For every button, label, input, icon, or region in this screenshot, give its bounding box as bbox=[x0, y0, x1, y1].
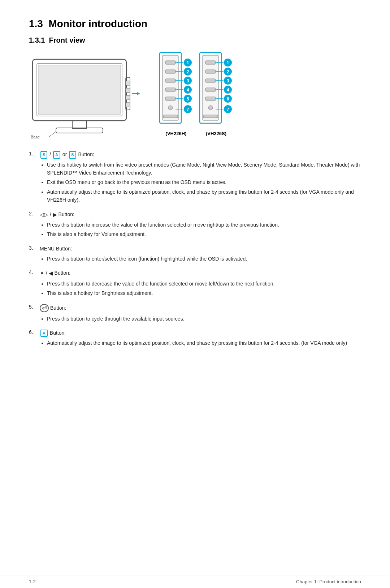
brightness-icon: ✦ bbox=[40, 270, 44, 276]
a-icon-2: A bbox=[40, 330, 48, 337]
svg-rect-44 bbox=[205, 70, 216, 73]
bullet-item: Press this button to decrease the value … bbox=[47, 280, 274, 288]
svg-text:3: 3 bbox=[187, 78, 189, 83]
svg-text:5: 5 bbox=[187, 96, 189, 102]
svg-text:Base: Base bbox=[31, 135, 40, 139]
section-heading-text: Monitor introduction bbox=[49, 18, 148, 29]
svg-rect-22 bbox=[163, 115, 178, 118]
svg-point-21 bbox=[168, 106, 173, 110]
item-number: 3. bbox=[29, 245, 36, 251]
list-item: 5. ⏎ Button: Press this button to cycle … bbox=[29, 304, 361, 324]
arrow-right-icon: ▶ bbox=[53, 211, 57, 218]
bullet-item: This is also a hotkey for Brightness adj… bbox=[47, 289, 274, 297]
vh226h-label: (VH226H) bbox=[159, 131, 193, 136]
bullet-item: Use this hotkey to switch from five vide… bbox=[47, 161, 361, 177]
section-title: 1.3 Monitor introduction bbox=[29, 18, 361, 30]
svg-text:4: 4 bbox=[187, 87, 189, 93]
item-label: ⏎ Button: Press this button to cycle thr… bbox=[40, 304, 185, 324]
item-label: MENU Button: Press this button to enter/… bbox=[40, 245, 247, 264]
list-item: 4. ✦ / ◀ Button: Press this button to de… bbox=[29, 269, 361, 299]
bullet-item: Press this button to enter/select the ic… bbox=[47, 255, 247, 263]
slash-2: / bbox=[50, 211, 53, 217]
section-number: 1.3 bbox=[29, 18, 43, 29]
list-item: 3. MENU Button: Press this button to ent… bbox=[29, 245, 361, 264]
svg-rect-6 bbox=[126, 81, 130, 85]
vh226h-panel: 1 2 3 4 5 7 (VH226H) bbox=[159, 52, 193, 136]
input-source-icon: ⏎ bbox=[40, 304, 49, 312]
subsection-number: 1.3.1 bbox=[29, 36, 45, 44]
svg-rect-19 bbox=[165, 88, 176, 91]
button-descriptions: 1. S / A or S Button: Use this hotkey to… bbox=[29, 151, 361, 349]
list-item: 2. ◁▷ / ▶ Button: Press this button to i… bbox=[29, 211, 361, 240]
svg-rect-17 bbox=[165, 70, 176, 73]
button-label-5: Button: bbox=[50, 305, 66, 310]
bullet-list-2: Press this button to increase the value … bbox=[47, 221, 279, 239]
svg-rect-45 bbox=[205, 79, 216, 82]
or-text: or bbox=[62, 151, 68, 157]
footer: 1-2 Chapter 1: Product introduction bbox=[0, 575, 390, 588]
arrow-left-icon: ◀ bbox=[49, 270, 53, 276]
item-number: 1. bbox=[29, 151, 36, 156]
bullet-list-3: Press this button to enter/select the ic… bbox=[47, 255, 247, 263]
svg-marker-11 bbox=[137, 92, 140, 95]
svg-text:2: 2 bbox=[227, 69, 229, 74]
subsection-heading-text: Front view bbox=[49, 36, 85, 44]
svg-rect-7 bbox=[126, 88, 130, 93]
svg-rect-49 bbox=[203, 115, 218, 118]
svg-line-12 bbox=[49, 132, 56, 137]
bullet-list-5: Press this button to cycle through the a… bbox=[47, 315, 185, 323]
bullet-item: Automatically adjust the image to its op… bbox=[47, 339, 347, 347]
s-icon-2: S bbox=[69, 151, 76, 159]
bullet-item: Automatically adjust the image to its op… bbox=[47, 188, 361, 204]
footer-page-number: 1-2 bbox=[29, 579, 36, 584]
svg-rect-43 bbox=[205, 61, 216, 64]
item-number: 4. bbox=[29, 269, 36, 275]
item-label: S / A or S Button: Use this hotkey to sw… bbox=[40, 151, 361, 206]
svg-rect-3 bbox=[72, 121, 87, 129]
bullet-item: Exit the OSD menu or go back to the prev… bbox=[47, 178, 361, 186]
svg-text:1: 1 bbox=[227, 60, 229, 65]
svg-rect-18 bbox=[165, 79, 176, 82]
vh226s-label: (VH226S) bbox=[199, 131, 233, 136]
svg-rect-20 bbox=[165, 97, 176, 100]
button-label-4: Button: bbox=[55, 270, 70, 276]
button-label-6: Button: bbox=[50, 330, 66, 336]
bullet-list-6: Automatically adjust the image to its op… bbox=[47, 339, 347, 347]
menu-button-label: MENU Button: bbox=[40, 246, 72, 252]
panel-diagrams: 1 2 3 4 5 7 (VH226H) bbox=[159, 52, 233, 136]
button-label-1: Button: bbox=[78, 151, 94, 157]
footer-chapter-label: Chapter 1: Product introduction bbox=[296, 579, 361, 584]
bullet-list-1: Use this hotkey to switch from five vide… bbox=[47, 161, 361, 204]
svg-text:7: 7 bbox=[187, 107, 189, 112]
list-item: 1. S / A or S Button: Use this hotkey to… bbox=[29, 151, 361, 206]
slash-4: / bbox=[46, 270, 49, 276]
svg-rect-8 bbox=[126, 95, 130, 100]
a-icon: A bbox=[53, 151, 60, 159]
svg-rect-2 bbox=[38, 65, 121, 115]
item-number: 2. bbox=[29, 211, 36, 216]
bullet-item: Press this button to cycle through the a… bbox=[47, 315, 185, 323]
list-item: 6. A Button: Automatically adjust the im… bbox=[29, 329, 361, 349]
svg-point-48 bbox=[208, 106, 213, 110]
svg-text:2: 2 bbox=[187, 69, 189, 74]
svg-text:3: 3 bbox=[227, 78, 229, 83]
bullet-item: This is also a hotkey for Volume adjustm… bbox=[47, 230, 279, 238]
svg-rect-47 bbox=[205, 97, 216, 100]
item-number: 6. bbox=[29, 329, 36, 335]
svg-text:7: 7 bbox=[227, 107, 229, 112]
s-icon: S bbox=[40, 151, 47, 159]
svg-text:6: 6 bbox=[227, 96, 229, 102]
subsection-title: 1.3.1 Front view bbox=[29, 36, 361, 44]
button-label-2: Button: bbox=[58, 211, 74, 217]
item-label: ✦ / ◀ Button: Press this button to decre… bbox=[40, 269, 274, 299]
svg-rect-9 bbox=[126, 103, 130, 107]
volume-icon: ◁▷ bbox=[40, 211, 48, 218]
monitor-illustration: Base bbox=[29, 56, 144, 140]
item-number: 5. bbox=[29, 304, 36, 310]
slash-separator: / bbox=[49, 151, 52, 157]
diagram-area: Base 1 bbox=[29, 52, 361, 140]
item-label: A Button: Automatically adjust the image… bbox=[40, 329, 347, 349]
svg-rect-16 bbox=[165, 61, 176, 64]
vh226s-panel: 1 2 3 4 6 7 (VH226S) bbox=[199, 52, 233, 136]
svg-text:1: 1 bbox=[187, 60, 189, 65]
